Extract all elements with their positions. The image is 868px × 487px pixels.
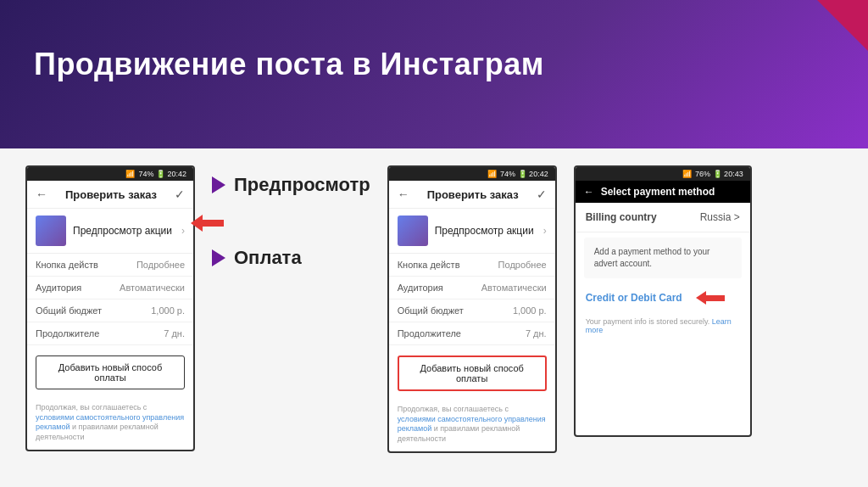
row-label-budget-2: Общий бюджет bbox=[398, 305, 464, 316]
row-duration-1: Продолжителе 7 дн. bbox=[27, 322, 193, 345]
row-label-duration-2: Продолжителе bbox=[398, 328, 461, 339]
row-value-button-2: Подробнее bbox=[498, 260, 547, 270]
row-value-audience-1: Автоматически bbox=[120, 283, 185, 293]
phone-screen-1-wrapper: 📶 74% 🔋 20:42 ← Проверить заказ ✓ Предпр… bbox=[25, 165, 195, 451]
row-label-button-1: Кнопка действ bbox=[36, 260, 98, 270]
play-triangle-preview bbox=[212, 176, 225, 193]
phone-header-title-2: Проверить заказ bbox=[427, 188, 519, 201]
secure-text: Your payment info is stored securely. bbox=[586, 317, 712, 326]
arrow-body-1 bbox=[203, 220, 224, 227]
phone-screen-3: 📶 76% 🔋 20:43 ← Select payment method Bi… bbox=[574, 165, 752, 437]
row-value-budget-2: 1,000 р. bbox=[513, 305, 547, 316]
phone-footer-2: Продолжая, вы соглашаетесь с условиями с… bbox=[389, 398, 555, 451]
status-bar-text-1: 74% 🔋 20:42 bbox=[138, 170, 186, 178]
promo-thumbnail-1 bbox=[36, 216, 66, 246]
status-bar-1: 📶 74% 🔋 20:42 bbox=[27, 167, 193, 181]
content-area: 📶 74% 🔋 20:42 ← Проверить заказ ✓ Предпр… bbox=[0, 148, 868, 487]
row-audience-1: Аудитория Автоматически bbox=[27, 277, 193, 299]
payment-info-box: Add a payment method to your advert acco… bbox=[584, 238, 742, 278]
row-duration-2: Продолжителе 7 дн. bbox=[389, 322, 555, 345]
promo-label-1: Предпросмотр акции bbox=[73, 225, 172, 237]
row-budget-1: Общий бюджет 1,000 р. bbox=[27, 299, 193, 322]
status-bar-2: 📶 74% 🔋 20:42 bbox=[389, 167, 555, 181]
payment-info-text: Add a payment method to your advert acco… bbox=[594, 247, 710, 268]
row-budget-2: Общий бюджет 1,000 р. bbox=[389, 299, 555, 322]
arrow-head-credit bbox=[696, 291, 706, 305]
chevron-right-1: › bbox=[181, 225, 185, 237]
credit-card-arrow bbox=[696, 291, 725, 305]
row-audience-2: Аудитория Автоматически bbox=[389, 277, 555, 299]
row-label-button-2: Кнопка действ bbox=[398, 260, 460, 270]
row-value-budget-1: 1,000 р. bbox=[151, 305, 185, 316]
credit-card-link[interactable]: Credit or Debit Card bbox=[576, 283, 693, 312]
add-payment-btn-2[interactable]: Добавить новый способ оплаты bbox=[398, 355, 547, 391]
phone-screen-2: 📶 74% 🔋 20:42 ← Проверить заказ ✓ Предпр… bbox=[387, 165, 557, 453]
secure-note: Your payment info is stored securely. Le… bbox=[576, 312, 750, 339]
phone-screen-3-wrapper: 📶 76% 🔋 20:43 ← Select payment method Bi… bbox=[574, 165, 752, 437]
status-bar-text-2: 74% 🔋 20:42 bbox=[500, 170, 548, 178]
back-arrow-3[interactable]: ← bbox=[584, 186, 594, 198]
back-arrow-2[interactable]: ← bbox=[398, 188, 409, 201]
footer-text-1: Продолжая, вы соглашаетесь с bbox=[36, 403, 147, 411]
play-triangle-payment bbox=[212, 249, 225, 266]
back-arrow-1[interactable]: ← bbox=[36, 188, 47, 201]
payment-label-item: Оплата bbox=[212, 247, 370, 269]
middle-labels: Предпросмотр Оплата bbox=[212, 165, 370, 269]
promo-thumbnail-2 bbox=[398, 216, 428, 246]
phone-screen-2-wrapper: 📶 74% 🔋 20:42 ← Проверить заказ ✓ Предпр… bbox=[387, 165, 557, 453]
credit-card-row: Credit or Debit Card bbox=[576, 283, 750, 312]
payment-header-title: Select payment method bbox=[601, 186, 715, 198]
wifi-icon-3: 📶 bbox=[682, 170, 692, 178]
promo-item-2[interactable]: Предпросмотр акции › bbox=[389, 209, 555, 254]
arrow-head-1 bbox=[191, 215, 203, 232]
phone-screen-1: 📶 74% 🔋 20:42 ← Проверить заказ ✓ Предпр… bbox=[25, 165, 195, 451]
row-label-audience-2: Аудитория bbox=[398, 283, 443, 293]
payment-header: ← Select payment method bbox=[576, 181, 750, 203]
row-value-button-1: Подробнее bbox=[136, 260, 185, 270]
phone-header-title-1: Проверить заказ bbox=[65, 188, 157, 201]
row-button-2: Кнопка действ Подробнее bbox=[389, 254, 555, 277]
row-label-duration-1: Продолжителе bbox=[36, 328, 99, 339]
preview-label: Предпросмотр bbox=[234, 174, 370, 196]
billing-row: Billing country Russia > bbox=[576, 203, 750, 232]
billing-label: Billing country bbox=[586, 211, 657, 223]
row-value-duration-1: 7 дн. bbox=[164, 328, 185, 339]
wifi-icon-2: 📶 bbox=[487, 170, 497, 178]
promo-label-2: Предпросмотр акции bbox=[435, 225, 534, 237]
row-button-1: Кнопка действ Подробнее bbox=[27, 254, 193, 277]
status-bar-text-3: 76% 🔋 20:43 bbox=[695, 170, 743, 178]
promo-item-1[interactable]: Предпросмотр акции › bbox=[27, 209, 193, 254]
row-value-audience-2: Автоматически bbox=[481, 283, 547, 293]
phone-header-2: ← Проверить заказ ✓ bbox=[389, 181, 555, 209]
row-value-duration-2: 7 дн. bbox=[526, 328, 547, 339]
add-payment-btn-1[interactable]: Добавить новый способ оплаты bbox=[36, 355, 185, 389]
preview-label-item: Предпросмотр bbox=[212, 174, 370, 196]
arrow-body-credit bbox=[706, 295, 725, 301]
payment-label: Оплата bbox=[234, 247, 302, 269]
phone-footer-1: Продолжая, вы соглашаетесь с условиями с… bbox=[27, 396, 193, 450]
header-background: Продвижение поста в Инстаграм bbox=[0, 0, 868, 148]
check-icon-2: ✓ bbox=[537, 188, 547, 201]
page-title: Продвижение поста в Инстаграм bbox=[34, 47, 544, 82]
row-label-audience-1: Аудитория bbox=[36, 283, 81, 293]
wifi-icon: 📶 bbox=[125, 170, 135, 178]
footer-text-3: Продолжая, вы соглашаетесь с bbox=[398, 405, 509, 413]
phone-header-1: ← Проверить заказ ✓ bbox=[27, 181, 193, 209]
chevron-right-2: › bbox=[543, 225, 547, 237]
pink-accent-decoration bbox=[817, 0, 868, 51]
billing-value: Russia > bbox=[700, 211, 740, 223]
row-label-budget-1: Общий бюджет bbox=[36, 305, 102, 316]
arrow-annotation-1 bbox=[191, 215, 224, 232]
status-bar-3: 📶 76% 🔋 20:43 bbox=[576, 167, 750, 181]
check-icon-1: ✓ bbox=[175, 188, 185, 201]
